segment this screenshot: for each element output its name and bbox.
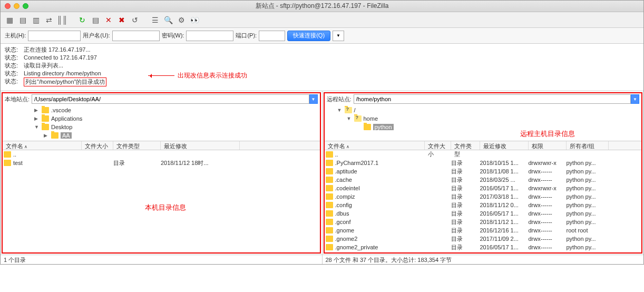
status-bar: 1 个目录 28 个文件 和 37 个目录。大小总计: 183,354 字节 (1, 255, 643, 264)
remote-panel: 远程站点: ▼ ▼/▼homepython 远程主机目录信息 文件名∧文件大小文… (323, 91, 644, 255)
remote-site-label: 远程站点: (327, 95, 352, 103)
list-item[interactable]: .dbus目录2016/05/17 1...drwx------python p… (325, 209, 642, 218)
tree-node[interactable]: ▼/ (327, 106, 640, 114)
titlebar: 新站点 - sftp://python@172.16.47.197 - File… (1, 1, 643, 12)
column-header[interactable]: 文件名∧ (325, 141, 425, 150)
tree-node[interactable]: ▶Applications (5, 114, 318, 123)
list-item[interactable]: .. (3, 150, 320, 159)
password-label: 密码(W): (162, 32, 184, 40)
list-item[interactable]: .codeintel目录2016/05/17 1...drwxrwxr-xpyt… (325, 184, 642, 192)
local-status: 1 个目录 (1, 255, 323, 264)
tree-node[interactable]: ▶AA (5, 131, 318, 140)
tree-node[interactable]: python (327, 123, 640, 131)
column-header[interactable]: 权限 (529, 141, 567, 150)
host-label: 主机(H): (5, 32, 26, 40)
remote-file-list[interactable]: ...PyCharm2017.1目录2018/10/15 1...drwxrwx… (325, 150, 642, 252)
nav-icon[interactable]: ▤ (17, 14, 28, 26)
list-item[interactable]: .config目录2018/11/12 0...drwx------python… (325, 201, 642, 209)
list-item[interactable]: .aptitude目录2018/11/08 1...drwx------pyth… (325, 167, 642, 176)
local-file-list[interactable]: 本机目录信息 ..test目录2018/11/12 18时... (3, 150, 320, 252)
list-item[interactable]: .. (325, 150, 642, 159)
local-path-dropdown[interactable]: ▼ (309, 94, 318, 104)
disconnect-icon[interactable]: ✖ (116, 14, 128, 26)
tree-node[interactable]: ▼home (327, 114, 640, 123)
column-header[interactable]: 文件类型 (113, 141, 161, 150)
list-item[interactable]: .PyCharm2017.1目录2018/10/15 1...drwxrwxr-… (325, 159, 642, 167)
list-item[interactable]: .gnome2目录2017/11/09 2...drwx------python… (325, 235, 642, 243)
port-input[interactable] (259, 31, 285, 41)
maximize-icon[interactable] (23, 3, 28, 9)
remote-tree[interactable]: ▼/▼homepython (325, 105, 642, 141)
cancel-icon[interactable]: ✕ (103, 14, 114, 26)
password-input[interactable] (186, 31, 233, 41)
list-icon[interactable]: ☰ (149, 14, 161, 26)
quickconnect-dropdown[interactable]: ▼ (333, 31, 344, 41)
site-manager-icon[interactable]: ▦ (4, 14, 15, 26)
refresh-icon[interactable]: ↻ (76, 14, 88, 26)
local-site-label: 本地站点: (5, 95, 30, 103)
list-item[interactable]: .cache目录2018/03/25 ...drwx------python p… (325, 176, 642, 184)
user-label: 用户名(U): (83, 32, 110, 40)
column-header[interactable]: 最近修改 (480, 141, 529, 150)
tree-node[interactable]: ▶.vscode (5, 106, 318, 114)
find-icon[interactable]: 👀 (189, 14, 200, 26)
list-item[interactable]: .gconf目录2018/11/12 1...drwx------python … (325, 218, 642, 226)
page-icon[interactable]: ▥ (30, 14, 42, 26)
column-header[interactable]: 文件类型 (451, 141, 480, 150)
column-header[interactable]: 文件名∧ (3, 141, 82, 150)
remote-status: 28 个文件 和 37 个目录。大小总计: 183,354 字节 (323, 255, 644, 264)
column-header[interactable]: 文件大小 (425, 141, 451, 150)
list-item[interactable]: test目录2018/11/12 18时... (3, 159, 320, 167)
filter-icon[interactable]: ⚙ (175, 14, 187, 26)
queue-icon[interactable]: ▤ (90, 14, 101, 26)
quickconnect-bar: 主机(H): 用户名(U): 密码(W): 端口(P): 快速连接(Q) ▼ (1, 28, 643, 44)
reconnect-icon[interactable]: ↺ (129, 14, 141, 26)
local-columns[interactable]: 文件名∧文件大小文件类型最近修改 (3, 141, 320, 150)
port-label: 端口(P): (236, 32, 257, 40)
host-input[interactable] (28, 31, 81, 41)
remote-path-dropdown[interactable]: ▼ (631, 94, 639, 104)
sync-icon[interactable]: ⇄ (43, 14, 55, 26)
user-input[interactable] (112, 31, 160, 41)
remote-columns[interactable]: 文件名∧文件大小文件类型最近修改权限所有者/组 (325, 141, 642, 150)
local-tree[interactable]: ▶.vscode▶Applications▼Desktop▶AA (3, 105, 320, 141)
local-panel: 本地站点: ▼ ▶.vscode▶Applications▼Desktop▶AA… (1, 91, 323, 255)
minimize-icon[interactable] (14, 3, 19, 9)
local-path-input[interactable] (32, 94, 309, 104)
remote-path-input[interactable] (354, 94, 631, 104)
search-icon[interactable]: 🔍 (162, 14, 174, 26)
column-header[interactable]: 文件大小 (82, 141, 113, 150)
toolbar: ▦ ▤ ▥ ⇄ ║║ ↻ ▤ ✕ ✖ ↺ ☰ 🔍 ⚙ 👀 (1, 12, 643, 28)
tree-node[interactable]: ▼Desktop (5, 123, 318, 131)
quickconnect-button[interactable]: 快速连接(Q) (287, 31, 330, 41)
list-item[interactable]: .compiz目录2017/03/18 1...drwx------python… (325, 192, 642, 201)
column-header[interactable]: 最近修改 (161, 141, 240, 150)
close-icon[interactable] (5, 3, 11, 9)
column-header[interactable]: 所有者/组 (567, 141, 609, 150)
annotation-arrow: 出现改信息表示连接成功 (148, 71, 247, 80)
list-item[interactable]: .gnome2_private目录2016/05/17 1...drwx----… (325, 243, 642, 251)
list-item[interactable]: .gnome目录2016/12/16 1...drwx------root ro… (325, 226, 642, 235)
message-log: 状态:正在连接 172.16.47.197...状态:Connected to … (1, 44, 643, 91)
window-title: 新站点 - sftp://python@172.16.47.197 - File… (1, 2, 643, 11)
compare-icon[interactable]: ║║ (56, 14, 68, 26)
